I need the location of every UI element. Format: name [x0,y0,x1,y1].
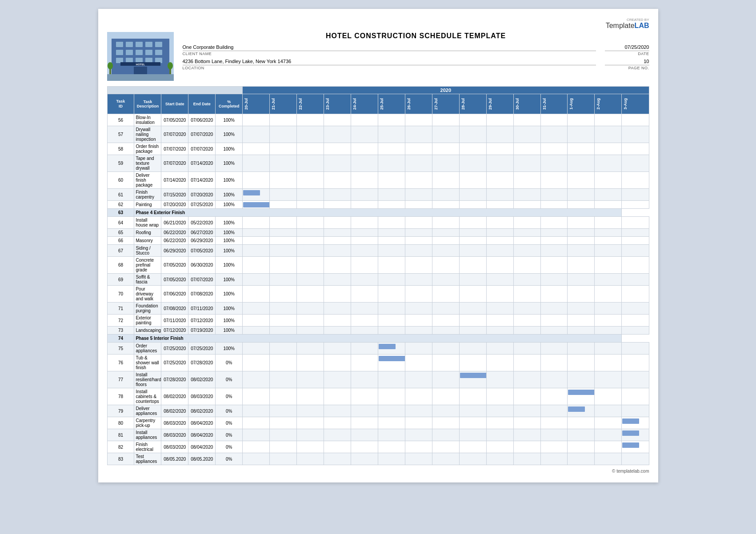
gantt-cell [540,405,568,417]
gantt-cell [324,114,351,126]
table-row: 68Concrete prefinal grade07/05/202006/30… [107,257,649,274]
task-end-date: 08/02/2020 [188,405,216,417]
gantt-cell [595,315,622,327]
gantt-cell [432,229,459,237]
gantt-cell [459,201,486,209]
task-start-date: 08/03/2020 [161,417,188,429]
task-description: Deliver finish package [134,172,161,189]
gantt-bar [568,406,585,412]
gantt-cell [568,155,595,172]
task-completion: 100% [216,303,243,315]
gantt-cell [513,114,540,126]
gantt-cell [405,237,432,245]
templatelab-logo: TemplateLAB [606,22,649,29]
task-description: Finish electrical [134,441,161,453]
gantt-cell [243,257,270,274]
gantt-cell [297,441,324,453]
gantt-cell [432,172,459,189]
svg-rect-2 [116,42,123,47]
gantt-cell [540,315,568,327]
gantt-cell [297,143,324,155]
gantt-cell [405,274,432,286]
gantt-bar [243,190,260,195]
gantt-cell [595,417,622,429]
gantt-cell [324,343,351,355]
gantt-cell [622,417,649,429]
gantt-cell [243,143,270,155]
gantt-cell [432,405,459,417]
gantt-cell [568,405,595,417]
task-start-date: 06/22/2020 [161,229,188,237]
gantt-cell [243,343,270,355]
gantt-cell [568,371,595,388]
gantt-cell [243,245,270,257]
gantt-cell [270,343,297,355]
gantt-cell [459,229,486,237]
gantt-cell [459,257,486,274]
gantt-cell [459,405,486,417]
gantt-cell [595,201,622,209]
task-completion: 100% [216,217,243,229]
gantt-cell [270,143,297,155]
task-description: Carpentry pick-up [134,417,161,429]
table-row: 61Finish carpentry07/15/202007/20/202010… [107,189,649,201]
gantt-cell [405,343,432,355]
svg-text:HOTEL: HOTEL [136,63,145,66]
gantt-cell [513,217,540,229]
gantt-cell [324,201,351,209]
task-id: 81 [107,429,134,441]
task-start-date: 07/11/2020 [161,315,188,327]
gantt-cell [378,126,405,143]
gantt-cell [243,286,270,303]
col-date-12: 1-Aug [568,94,595,114]
gantt-cell [432,388,459,405]
gantt-cell [351,453,378,465]
task-completion: 100% [216,201,243,209]
gantt-cell [324,417,351,429]
gantt-cell [568,143,595,155]
table-row: 76Tub & shower wall finish07/25/202007/2… [107,355,649,371]
gantt-cell [568,343,595,355]
gantt-cell [513,429,540,441]
gantt-cell [243,229,270,237]
task-completion: 100% [216,343,243,355]
gantt-cell [297,114,324,126]
gantt-cell [378,172,405,189]
footer: © templatelab.com [107,469,649,474]
gantt-cell [432,355,459,371]
task-id: 56 [107,114,134,126]
gantt-cell [378,217,405,229]
gantt-bar [568,390,594,395]
gantt-cell [243,327,270,335]
task-end-date: 07/07/2020 [188,143,216,155]
phase-description: Phase 5 Interior Finish [134,335,622,343]
gantt-cell [351,303,378,315]
gantt-bar [460,373,486,378]
table-row: 79Deliver appliances08/02/202008/02/2020… [107,405,649,417]
gantt-cell [270,388,297,405]
gantt-cell [622,257,649,274]
gantt-cell [622,274,649,286]
task-completion: 0% [216,441,243,453]
header-center: HOTEL CONSTRUCTION SCHEDULE TEMPLATE One… [174,32,649,70]
gantt-cell [568,303,595,315]
task-start-date: 08/02/2020 [161,405,188,417]
gantt-cell [270,327,297,335]
gantt-cell [459,315,486,327]
gantt-cell [513,371,540,388]
gantt-cell [513,355,540,371]
task-id: 60 [107,172,134,189]
gantt-cell [297,327,324,335]
gantt-cell [297,189,324,201]
gantt-cell [324,172,351,189]
gantt-cell [270,126,297,143]
gantt-cell [243,201,270,209]
task-completion: 100% [216,245,243,257]
gantt-cell [459,429,486,441]
gantt-cell [568,286,595,303]
gantt-cell [568,245,595,257]
gantt-cell [540,201,568,209]
gantt-cell [351,257,378,274]
gantt-cell [622,303,649,315]
task-start-date: 07/20/2020 [161,201,188,209]
